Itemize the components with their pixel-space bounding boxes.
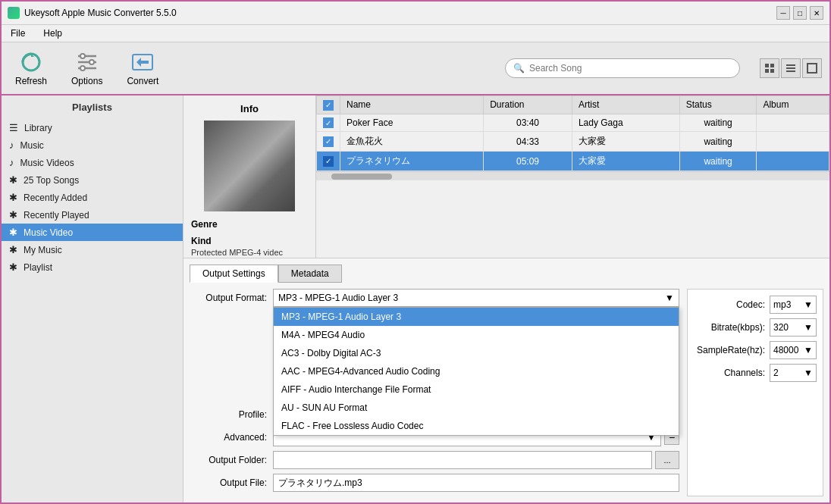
top-area: Info Genre Kind Protected MPEG-4 videc xyxy=(183,95,829,258)
bitrate-value: 320 xyxy=(773,322,789,333)
sidebar-label-music: Music xyxy=(20,140,44,151)
col-header-album: Album xyxy=(757,96,829,114)
convert-icon xyxy=(130,50,155,74)
refresh-button[interactable]: Refresh xyxy=(9,47,53,89)
settings-right: Codec: mp3 ▼ Bitrate(kbps): 320 ▼ xyxy=(687,289,823,496)
file-row: Output File: xyxy=(190,474,679,492)
format-option-5[interactable]: AU - SUN AU Format xyxy=(274,399,679,417)
table-row[interactable]: ✓ プラネタリウム 05:09 大家愛 waiting xyxy=(317,152,829,171)
genre-label: Genre xyxy=(191,219,308,230)
minimize-button[interactable]: ─ xyxy=(776,6,790,20)
samplerate-label: SampleRate(hz): xyxy=(694,345,770,355)
row-checkbox-2[interactable]: ✓ xyxy=(323,156,334,167)
svg-rect-10 xyxy=(786,67,795,69)
svg-rect-9 xyxy=(786,64,795,66)
col-header-duration: Duration xyxy=(484,96,572,114)
sidebar-title: Playlists xyxy=(2,102,183,113)
tab-metadata[interactable]: Metadata xyxy=(278,265,342,283)
channels-dropdown[interactable]: 2 ▼ xyxy=(770,364,817,382)
codec-value: mp3 xyxy=(773,299,791,310)
sidebar-label-recently-played: Recently Played xyxy=(24,210,89,221)
table-row[interactable]: ✓ Poker Face 03:40 Lady Gaga waiting xyxy=(317,114,829,132)
row-checkbox-0[interactable]: ✓ xyxy=(323,117,334,128)
bitrate-dropdown[interactable]: 320 ▼ xyxy=(770,318,817,337)
table-row[interactable]: ✓ 金魚花火 04:33 大家愛 waiting xyxy=(317,132,829,152)
view-btn-2[interactable] xyxy=(781,58,801,78)
recently-played-icon: ✱ xyxy=(9,209,17,221)
horizontal-scrollbar[interactable] xyxy=(316,171,829,180)
scrollbar-thumb[interactable] xyxy=(331,174,392,180)
sidebar-item-25-top-songs[interactable]: ✱ 25 Top Songs xyxy=(2,171,183,189)
sidebar-item-recently-played[interactable]: ✱ Recently Played xyxy=(2,206,183,224)
folder-input[interactable] xyxy=(273,451,652,469)
recently-added-icon: ✱ xyxy=(9,192,17,203)
col-header-check: ✓ xyxy=(317,96,340,114)
library-icon: ☰ xyxy=(9,122,18,133)
format-option-1[interactable]: M4A - MPEG4 Audio xyxy=(274,326,679,344)
row-duration-0: 03:40 xyxy=(484,114,572,132)
right-panel: Info Genre Kind Protected MPEG-4 videc xyxy=(183,95,829,502)
row-status-1: waiting xyxy=(679,132,757,152)
song-table: ✓ Name Duration Artist Status Album ✓ Po… xyxy=(316,95,829,171)
profile-label: Profile: xyxy=(190,409,273,420)
menu-help[interactable]: Help xyxy=(40,27,65,40)
title-bar: Ukeysoft Apple Music Converter 5.5.0 ─ □… xyxy=(2,2,829,25)
format-dropdown[interactable]: MP3 - MPEG-1 Audio Layer 3 ▼ xyxy=(273,289,679,307)
search-input[interactable] xyxy=(529,63,726,74)
row-album-2 xyxy=(757,152,829,171)
format-row: Output Format: MP3 - MPEG-1 Audio Layer … xyxy=(190,289,679,307)
file-input[interactable] xyxy=(273,474,679,492)
sidebar-item-library[interactable]: ☰ Library xyxy=(2,119,183,136)
samplerate-dropdown[interactable]: 48000 ▼ xyxy=(770,341,817,359)
song-table-area: ✓ Name Duration Artist Status Album ✓ Po… xyxy=(316,95,829,258)
sidebar-label-music-videos: Music Videos xyxy=(20,158,74,168)
codec-chevron-icon: ▼ xyxy=(804,299,813,310)
svg-rect-5 xyxy=(765,64,769,67)
row-name-2: プラネタリウム xyxy=(340,152,484,171)
sidebar-item-my-music[interactable]: ✱ My Music xyxy=(2,241,183,258)
codec-dropdown[interactable]: mp3 ▼ xyxy=(770,296,817,314)
music-icon: ♪ xyxy=(9,139,14,151)
view-btn-3[interactable] xyxy=(802,58,822,78)
view-btn-1[interactable] xyxy=(760,58,779,78)
sidebar-item-music-video[interactable]: ✱ Music Video xyxy=(2,224,183,241)
svg-rect-6 xyxy=(770,64,774,67)
tab-output-settings[interactable]: Output Settings xyxy=(190,265,278,283)
menu-file[interactable]: File xyxy=(8,27,28,40)
format-option-4[interactable]: AIFF - Audio Interchange File Format xyxy=(274,380,679,399)
maximize-button[interactable]: □ xyxy=(793,6,807,20)
info-panel: Info Genre Kind Protected MPEG-4 videc xyxy=(183,95,316,258)
sidebar-item-playlist[interactable]: ✱ Playlist xyxy=(2,258,183,276)
row-checkbox-1[interactable]: ✓ xyxy=(323,136,334,147)
format-option-2[interactable]: AC3 - Dolby Digital AC-3 xyxy=(274,344,679,362)
col-header-artist: Artist xyxy=(572,96,679,114)
title-bar-controls: ─ □ ✕ xyxy=(776,6,823,20)
sidebar-item-music[interactable]: ♪ Music xyxy=(2,136,183,154)
sidebar-label-recently-added: Recently Added xyxy=(24,193,87,203)
browse-button[interactable]: ... xyxy=(655,451,679,469)
row-album-0 xyxy=(757,114,829,132)
bitrate-row: Bitrate(kbps): 320 ▼ xyxy=(694,318,817,337)
settings-tabs: Output Settings Metadata xyxy=(190,265,823,283)
row-status-0: waiting xyxy=(679,114,757,132)
format-option-6[interactable]: FLAC - Free Lossless Audio Codec xyxy=(274,417,679,435)
format-option-3[interactable]: AAC - MPEG4-Advanced Audio Coding xyxy=(274,362,679,380)
options-button[interactable]: Options xyxy=(65,47,108,89)
sidebar-item-recently-added[interactable]: ✱ Recently Added xyxy=(2,189,183,206)
app-icon xyxy=(8,7,20,19)
refresh-label: Refresh xyxy=(15,76,47,86)
samplerate-chevron-icon: ▼ xyxy=(804,345,813,355)
format-option-0[interactable]: MP3 - MPEG-1 Audio Layer 3 xyxy=(274,308,679,326)
sidebar-label-library: Library xyxy=(24,123,52,133)
sidebar-item-music-videos[interactable]: ♪ Music Videos xyxy=(2,154,183,171)
header-checkbox[interactable]: ✓ xyxy=(323,100,334,111)
svg-rect-8 xyxy=(770,69,774,73)
codec-label: Codec: xyxy=(694,299,770,310)
bitrate-chevron-icon: ▼ xyxy=(804,322,813,333)
convert-button[interactable]: Convert xyxy=(121,47,165,89)
channels-chevron-icon: ▼ xyxy=(804,368,813,378)
genre-field: Genre xyxy=(191,219,308,230)
close-button[interactable]: ✕ xyxy=(810,6,823,20)
playlist-icon: ✱ xyxy=(9,261,17,273)
svg-rect-7 xyxy=(765,69,769,73)
